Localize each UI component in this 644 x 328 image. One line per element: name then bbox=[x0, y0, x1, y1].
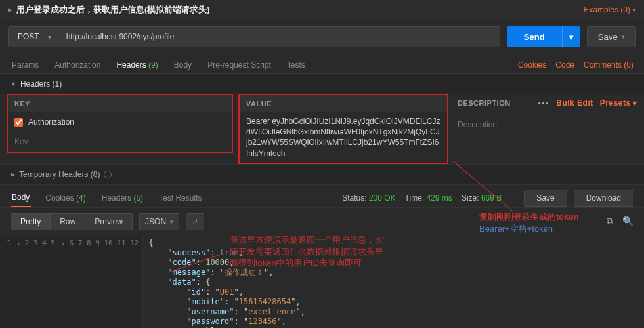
header-row-checkbox[interactable] bbox=[14, 118, 23, 127]
resp-tab-cookies[interactable]: Cookies (4) bbox=[44, 190, 87, 207]
size-label: Size: 669 B bbox=[462, 194, 502, 203]
headers-section-header[interactable]: ▼ Headers (1) bbox=[0, 74, 644, 94]
tab-params[interactable]: Params bbox=[11, 56, 40, 73]
header-description-placeholder[interactable]: Description bbox=[458, 112, 637, 129]
wrap-lines-button[interactable]: ⤶ bbox=[186, 213, 204, 230]
link-comments[interactable]: Comments (0) bbox=[584, 60, 633, 70]
resp-tab-body[interactable]: Body bbox=[11, 189, 31, 207]
tab-authorization[interactable]: Authorization bbox=[53, 56, 102, 73]
response-body-code[interactable]: { "success": true, "code": 10000, "messa… bbox=[143, 236, 405, 328]
info-icon: i bbox=[104, 171, 112, 178]
presets-dropdown[interactable]: Presets ▾ bbox=[600, 98, 637, 108]
resp-tab-headers[interactable]: Headers (5) bbox=[100, 190, 144, 207]
th-key: KEY bbox=[8, 95, 232, 112]
line-gutter: 1 ▾ 2 3 4 5 ▾ 6 7 8 9 10 11 12 bbox=[0, 236, 143, 328]
header-key-placeholder[interactable]: Key bbox=[8, 132, 232, 152]
request-title: 用户登录成功之后，获取用户信息(模拟前端请求头) bbox=[16, 4, 210, 16]
resp-tab-test-results[interactable]: Test Results bbox=[158, 190, 203, 207]
collapse-icon[interactable]: ▶ bbox=[8, 7, 12, 13]
save-button[interactable]: Save▾ bbox=[587, 26, 636, 47]
link-code[interactable]: Code bbox=[555, 60, 574, 70]
response-save-button[interactable]: Save bbox=[524, 190, 567, 207]
response-download-button[interactable]: Download bbox=[574, 190, 633, 207]
send-dropdown-button[interactable]: ▾ bbox=[562, 26, 580, 47]
request-url-input[interactable] bbox=[58, 26, 500, 47]
tab-prerequest[interactable]: Pre-request Script bbox=[206, 56, 272, 73]
tab-tests[interactable]: Tests bbox=[286, 56, 307, 73]
search-icon[interactable]: 🔍 bbox=[622, 216, 633, 227]
tab-headers[interactable]: Headers (9) bbox=[115, 56, 159, 73]
examples-dropdown[interactable]: Examples (0)▾ bbox=[584, 5, 636, 14]
th-value: VALUE bbox=[240, 95, 447, 112]
temporary-headers-toggle[interactable]: ▶ Temporary Headers (8) i bbox=[0, 164, 644, 184]
status-label: Status: 200 OK bbox=[342, 194, 395, 203]
http-method-select[interactable]: POST bbox=[8, 26, 58, 47]
th-description: DESCRIPTION bbox=[458, 99, 511, 107]
tab-body[interactable]: Body bbox=[173, 56, 193, 73]
header-key-cell[interactable]: Authorization bbox=[8, 112, 232, 132]
view-pretty[interactable]: Pretty bbox=[11, 213, 51, 230]
view-raw[interactable]: Raw bbox=[51, 213, 85, 230]
view-preview[interactable]: Preview bbox=[85, 213, 133, 230]
link-cookies[interactable]: Cookies bbox=[518, 60, 546, 70]
send-button[interactable]: Send bbox=[507, 26, 562, 47]
more-icon[interactable]: ••• bbox=[538, 99, 550, 107]
copy-icon[interactable]: ⧉ bbox=[607, 216, 613, 227]
format-select[interactable]: JSON▾ bbox=[139, 213, 179, 230]
time-label: Time: 429 ms bbox=[405, 194, 452, 203]
bulk-edit-link[interactable]: Bulk Edit bbox=[556, 98, 593, 108]
header-value-cell[interactable]: Bearer eyJhbGciOiJIUzI1NiJ9.eyJqdGkiOiJV… bbox=[240, 112, 447, 163]
